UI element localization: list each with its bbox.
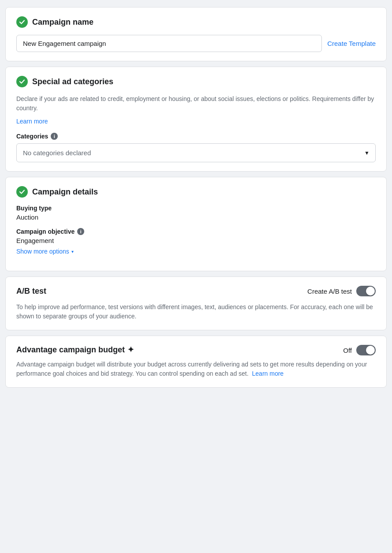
ab-test-card: A/B test Create A/B test To help improve… <box>5 276 387 330</box>
advantage-learn-more-link[interactable]: Learn more <box>252 370 284 377</box>
show-more-options-link[interactable]: Show more options ▾ <box>16 248 74 255</box>
categories-dropdown[interactable]: No categories declared <box>16 143 376 162</box>
categories-info-icon[interactable]: i <box>51 133 58 140</box>
campaign-name-check-icon <box>16 16 28 28</box>
special-ad-check-icon <box>16 76 28 87</box>
special-ad-learn-more-link[interactable]: Learn more <box>16 118 48 125</box>
advantage-header: Advantage campaign budget ✦ Off <box>16 345 376 355</box>
campaign-details-card: Campaign details Buying type Auction Cam… <box>5 177 387 271</box>
ab-test-title: A/B test <box>16 287 46 296</box>
buying-type-group: Buying type Auction <box>16 205 376 221</box>
advantage-title: Advantage campaign budget ✦ <box>16 345 134 355</box>
ab-test-header: A/B test Create A/B test <box>16 286 376 296</box>
ab-toggle-area: Create A/B test <box>307 286 376 296</box>
campaign-objective-label: Campaign objective i <box>16 228 376 235</box>
special-ad-categories-card: Special ad categories Declare if your ad… <box>5 67 387 172</box>
categories-label: Categories i <box>16 133 376 140</box>
campaign-name-card: Campaign name Create Template <box>5 7 387 61</box>
campaign-details-check-icon <box>16 186 28 198</box>
campaign-objective-group: Campaign objective i Engagement Show mor… <box>16 228 376 255</box>
create-template-link[interactable]: Create Template <box>327 40 376 47</box>
ab-test-toggle[interactable] <box>356 286 376 296</box>
campaign-objective-value: Engagement <box>16 237 376 244</box>
campaign-name-title: Campaign name <box>32 18 93 27</box>
special-ad-title: Special ad categories <box>32 77 113 86</box>
ab-toggle-label: Create A/B test <box>307 288 352 295</box>
ab-test-description: To help improve ad performance, test ver… <box>16 303 376 321</box>
advantage-budget-toggle[interactable] <box>356 345 376 355</box>
special-ad-description: Declare if your ads are related to credi… <box>16 94 376 113</box>
advantage-toggle-area: Off <box>343 345 376 355</box>
advantage-description: Advantage campaign budget will distribut… <box>16 360 376 378</box>
show-more-chevron-icon: ▾ <box>71 249 74 254</box>
campaign-name-row: Create Template <box>16 35 376 52</box>
categories-dropdown-wrapper: No categories declared ▼ <box>16 143 376 162</box>
advantage-toggle-label: Off <box>343 347 352 354</box>
buying-type-value: Auction <box>16 213 376 221</box>
advantage-budget-card: Advantage campaign budget ✦ Off Advantag… <box>5 336 387 388</box>
campaign-details-header: Campaign details <box>16 186 376 198</box>
special-ad-header: Special ad categories <box>16 76 376 87</box>
campaign-objective-info-icon[interactable]: i <box>77 228 84 235</box>
campaign-name-header: Campaign name <box>16 16 376 28</box>
campaign-name-input[interactable] <box>16 35 322 52</box>
sparkle-icon: ✦ <box>127 345 134 355</box>
campaign-details-title: Campaign details <box>32 187 98 197</box>
buying-type-label: Buying type <box>16 205 376 212</box>
